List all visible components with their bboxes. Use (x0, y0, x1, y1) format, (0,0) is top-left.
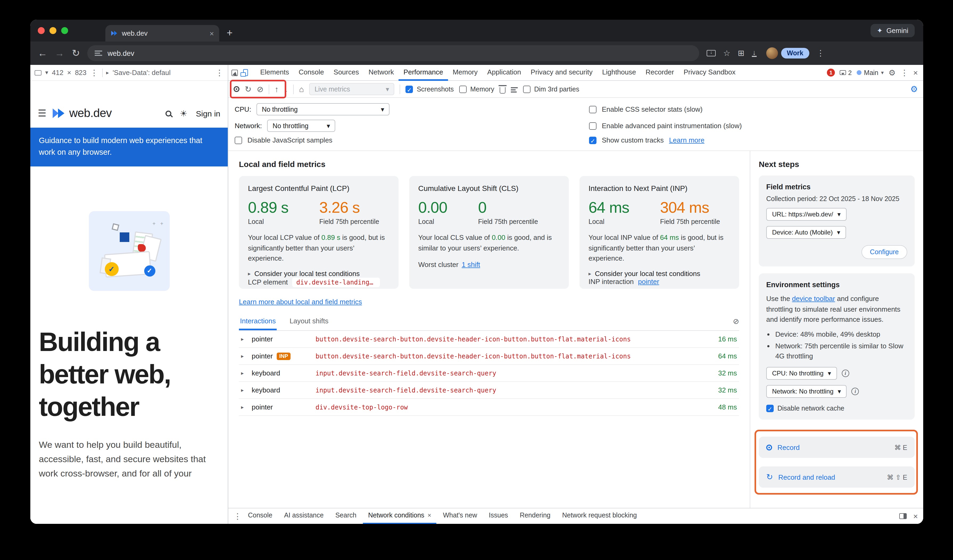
downloads-icon[interactable]: ↓ (752, 50, 756, 57)
interaction-row[interactable]: ▸ pointer div.devsite-top-logo-row 48 ms (239, 399, 739, 416)
interaction-target[interactable]: button.devsite-search-button.devsite-hea… (315, 352, 708, 360)
inp-test-conditions-expander[interactable]: ▸ Consider your local test conditions (588, 269, 730, 277)
expander-icon[interactable]: ▸ (241, 404, 247, 410)
statistics-icon[interactable] (511, 86, 518, 92)
disable-network-cache-checkbox[interactable] (766, 405, 774, 412)
interaction-row[interactable]: ▸ keyboard input.devsite-search-field.de… (239, 365, 739, 382)
expander-icon[interactable]: ▸ (241, 387, 247, 393)
upload-profile-icon[interactable]: ↑ (275, 85, 279, 94)
live-metrics-home-icon[interactable]: ⌂ (299, 85, 304, 94)
more-options-icon[interactable]: ⋮ (216, 68, 224, 77)
devtools-tab-sources[interactable]: Sources (329, 65, 364, 80)
tab-interactions[interactable]: Interactions (239, 314, 277, 330)
menu-icon[interactable]: ☰ (38, 107, 46, 119)
new-tab-button[interactable]: + (227, 27, 233, 39)
devtools-tab-memory[interactable]: Memory (448, 65, 482, 80)
collect-garbage-icon[interactable] (500, 87, 506, 93)
close-tab-icon[interactable]: × (428, 512, 431, 519)
drawer-tab-search[interactable]: Search (330, 508, 362, 524)
info-icon[interactable]: i (852, 388, 859, 395)
drawer-tab-issues[interactable]: Issues (483, 508, 513, 524)
cpu-throttling-select[interactable]: No throttling ▾ (256, 103, 390, 115)
chevron-down-icon[interactable]: ▾ (45, 69, 48, 76)
clear-icon[interactable]: ⊘ (257, 84, 263, 94)
drawer-tab-network-conditions[interactable]: Network conditions × (363, 508, 436, 524)
address-bar[interactable]: web.dev (87, 45, 699, 61)
interaction-row[interactable]: ▸ pointerINP button.devsite-search-butto… (239, 348, 739, 365)
install-icon[interactable] (707, 50, 716, 56)
drawer-tab-rendering[interactable]: Rendering (515, 508, 556, 524)
disable-js-samples-checkbox[interactable] (235, 136, 242, 144)
drawer-tab-whats-new[interactable]: What's new (438, 508, 482, 524)
expander-icon[interactable]: ▸ (241, 370, 247, 376)
worst-cluster-link[interactable]: 1 shift (462, 261, 480, 269)
devtools-close-icon[interactable]: × (913, 68, 918, 77)
interaction-row[interactable]: ▸ pointer button.devsite-search-button.d… (239, 331, 739, 348)
history-dropdown[interactable]: Live metrics ▾ (309, 83, 394, 95)
sign-in-link[interactable]: Sign in (196, 109, 220, 118)
profile-button[interactable]: Work (766, 47, 809, 59)
clear-interactions-icon[interactable]: ⊘ (733, 317, 739, 327)
network-throttling-sidebar-select[interactable]: Network: No throttling ▾ (766, 385, 847, 398)
learn-more-metrics-link[interactable]: Learn more about local and field metrics (239, 298, 362, 306)
devtools-tab-application[interactable]: Application (482, 65, 526, 80)
memory-checkbox[interactable] (459, 85, 466, 93)
tab-close-icon[interactable]: × (210, 29, 214, 37)
drawer-menu-icon[interactable]: ⋮ (234, 511, 242, 521)
devtools-tab-privacy-security[interactable]: Privacy and security (526, 65, 598, 80)
drawer-tab-ai-assistance[interactable]: AI assistance (279, 508, 329, 524)
record-and-reload-icon[interactable]: ↻ (245, 84, 251, 94)
interaction-target[interactable]: button.devsite-search-button.devsite-hea… (315, 335, 708, 343)
forward-icon[interactable]: → (55, 48, 64, 59)
extensions-icon[interactable]: ⊞ (738, 48, 744, 58)
device-height-value[interactable]: 823 (75, 69, 87, 77)
browser-menu-icon[interactable]: ⋮ (816, 48, 824, 58)
paint-instrumentation-checkbox[interactable] (589, 122, 596, 130)
custom-tracks-checkbox[interactable] (589, 136, 596, 144)
minimize-window-button[interactable] (50, 27, 56, 34)
lcp-test-conditions-expander[interactable]: ▸ Consider your local test conditions (248, 269, 390, 277)
configure-button[interactable]: Configure (861, 245, 907, 259)
record-icon[interactable] (234, 86, 239, 92)
interaction-row[interactable]: ▸ keyboard input.devsite-search-field.de… (239, 382, 739, 399)
learn-more-link[interactable]: Learn more (669, 136, 705, 144)
context-selector[interactable]: Main ▾ (857, 69, 883, 76)
gemini-button[interactable]: ✦ Gemini (871, 24, 915, 37)
inspect-element-icon[interactable] (231, 70, 238, 76)
device-frame-icon[interactable] (34, 70, 42, 75)
save-data-setting[interactable]: 'Save-Data': defaul (113, 69, 212, 77)
devtools-tab-elements[interactable]: Elements (255, 65, 294, 80)
devtools-tab-recorder[interactable]: Recorder (641, 65, 679, 80)
error-badge[interactable]: 1 (827, 69, 835, 77)
interaction-target[interactable]: input.devsite-search-field.devsite-searc… (315, 386, 708, 394)
reload-icon[interactable]: ↻ (72, 47, 80, 59)
device-select[interactable]: Device: Auto (Mobile) ▾ (766, 226, 846, 239)
devtools-settings-icon[interactable]: ⚙ (889, 68, 896, 77)
theme-toggle-icon[interactable]: ☀ (180, 108, 188, 118)
devtools-tab-performance[interactable]: Performance (399, 65, 448, 80)
interaction-target[interactable]: input.devsite-search-field.devsite-searc… (315, 369, 708, 377)
download-profile-icon[interactable]: ↓ (284, 85, 288, 94)
screenshots-checkbox[interactable] (405, 85, 413, 93)
devtools-tab-lighthouse[interactable]: Lighthouse (597, 65, 641, 80)
dim-3rd-parties-checkbox[interactable] (523, 85, 531, 93)
device-toolbar-icon[interactable] (243, 69, 248, 76)
css-selector-stats-checkbox[interactable] (589, 105, 596, 113)
device-toolbar-link[interactable]: device toolbar (792, 295, 835, 303)
capture-settings-icon[interactable]: ⚙ (910, 84, 918, 94)
url-select[interactable]: URL: https://web.dev/ ▾ (766, 208, 847, 221)
info-icon[interactable]: i (841, 370, 849, 377)
dock-side-icon[interactable] (899, 513, 907, 519)
devtools-tab-privacy-sandbox[interactable]: Privacy Sandbox (679, 65, 740, 80)
inp-interaction-link[interactable]: pointer (638, 277, 659, 285)
devtools-tab-console[interactable]: Console (294, 65, 329, 80)
site-info-icon[interactable] (95, 50, 102, 56)
lcp-element-link[interactable]: div.devsite-landing-row-ite… (292, 277, 380, 287)
interaction-target[interactable]: div.devsite-top-logo-row (315, 404, 708, 411)
search-icon[interactable] (166, 110, 171, 116)
cpu-throttling-sidebar-select[interactable]: CPU: No throttling ▾ (766, 367, 837, 380)
record-and-reload-button[interactable]: ↻ Record and reload ⌘ ⇧ E (759, 466, 915, 488)
expander-icon[interactable]: ▸ (241, 353, 247, 359)
devtools-tab-network[interactable]: Network (364, 65, 399, 80)
drawer-tab-console[interactable]: Console (243, 508, 278, 524)
